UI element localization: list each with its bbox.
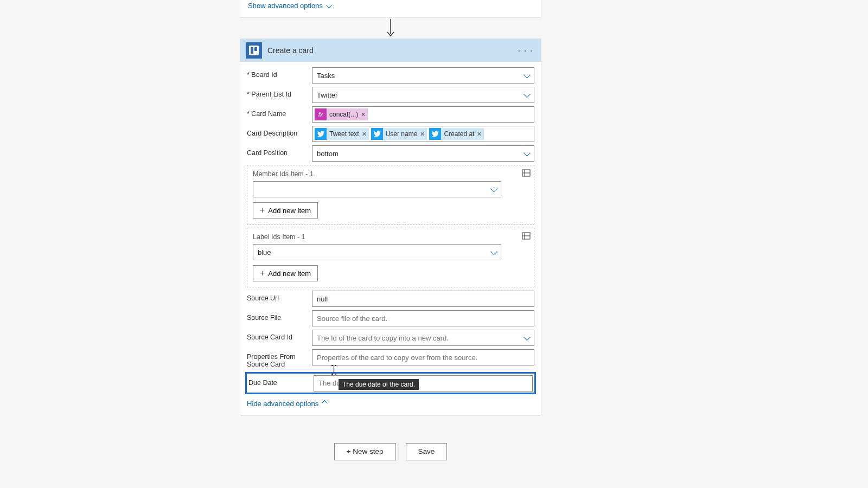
source-url-input[interactable] — [312, 291, 534, 307]
add-item-label: Add new item — [268, 269, 311, 278]
chevron-up-icon — [322, 400, 326, 408]
member-ids-group: Member Ids Item - 1 + Add new item — [247, 165, 534, 224]
token-label: concat(...) — [329, 111, 358, 118]
member-ids-label: Member Ids Item - 1 — [253, 170, 528, 178]
card-description-input[interactable]: Tweet text ✕ User name ✕ — [312, 126, 534, 142]
due-date-tooltip: The due date of the card. — [339, 379, 419, 390]
token-remove-icon[interactable]: ✕ — [362, 131, 367, 138]
source-card-id-label: Source Card Id — [247, 330, 312, 341]
label-ids-select[interactable] — [253, 244, 501, 260]
token-label: Tweet text — [329, 130, 359, 138]
save-button[interactable]: Save — [406, 443, 448, 460]
switch-array-icon[interactable] — [522, 232, 531, 242]
token-created-at[interactable]: Created at ✕ — [429, 128, 484, 140]
token-remove-icon[interactable]: ✕ — [361, 111, 366, 118]
token-label: Created at — [444, 130, 474, 138]
new-step-button[interactable]: + New step — [334, 443, 396, 460]
card-description-label: Card Description — [247, 126, 312, 137]
fx-icon: fx — [315, 108, 327, 120]
switch-array-icon[interactable] — [522, 169, 531, 179]
plus-icon: + — [260, 206, 265, 215]
trello-icon — [246, 42, 262, 59]
token-remove-icon[interactable]: ✕ — [420, 131, 425, 138]
chevron-down-icon — [326, 2, 330, 10]
member-ids-select[interactable] — [253, 181, 501, 197]
board-id-select[interactable] — [312, 67, 534, 84]
props-from-source-label: Properties From Source Card — [247, 349, 312, 369]
card-name-label: Card Name — [247, 106, 312, 118]
create-card-action: Create a card · · · Board Id Parent List… — [240, 38, 541, 416]
token-user-name[interactable]: User name ✕ — [371, 128, 427, 140]
source-file-label: Source File — [247, 310, 312, 322]
hide-advanced-link[interactable]: Hide advanced options — [247, 399, 326, 409]
action-menu-button[interactable]: · · · — [516, 44, 535, 57]
hide-advanced-label: Hide advanced options — [247, 400, 318, 408]
member-ids-add-button[interactable]: + Add new item — [253, 202, 318, 219]
add-item-label: Add new item — [268, 207, 311, 215]
action-title: Create a card — [267, 46, 510, 55]
show-advanced-label: Show advanced options — [248, 2, 323, 10]
card-position-label: Card Position — [247, 145, 312, 157]
twitter-icon — [429, 128, 441, 140]
plus-icon: + — [260, 269, 265, 278]
label-ids-label: Label Ids Item - 1 — [253, 233, 528, 241]
card-position-select[interactable] — [312, 145, 534, 162]
flow-arrow-icon — [240, 18, 541, 38]
token-remove-icon[interactable]: ✕ — [477, 131, 482, 138]
parent-list-id-select[interactable] — [312, 87, 534, 103]
props-from-source-input[interactable] — [312, 349, 534, 365]
card-name-input[interactable]: fx concat(...) ✕ — [312, 106, 534, 123]
due-date-label: Due Date — [248, 375, 314, 387]
source-card-id-select[interactable] — [312, 330, 534, 346]
label-ids-group: Label Ids Item - 1 + Add new item — [247, 228, 534, 287]
action-header[interactable]: Create a card · · · — [240, 39, 541, 62]
source-file-input[interactable] — [312, 310, 534, 326]
source-url-label: Source Url — [247, 291, 312, 302]
show-advanced-link[interactable]: Show advanced options — [248, 1, 330, 11]
label-ids-add-button[interactable]: + Add new item — [253, 265, 318, 281]
parent-list-id-label: Parent List Id — [247, 87, 312, 98]
previous-action-card: Show advanced options — [240, 0, 541, 18]
board-id-label: Board Id — [247, 67, 312, 79]
token-concat[interactable]: fx concat(...) ✕ — [315, 108, 368, 120]
twitter-icon — [371, 128, 383, 140]
token-label: User name — [386, 130, 418, 138]
twitter-icon — [315, 128, 327, 140]
token-tweet-text[interactable]: Tweet text ✕ — [315, 128, 369, 140]
